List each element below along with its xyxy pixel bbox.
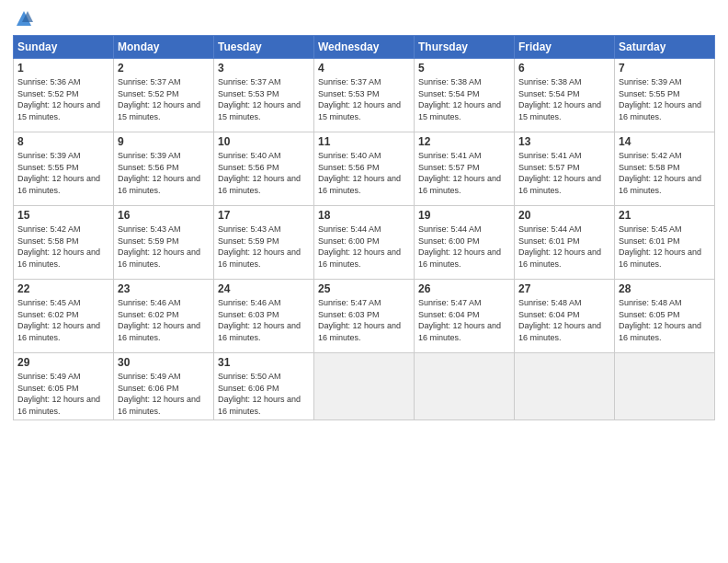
calendar-cell: 6 Sunrise: 5:38 AMSunset: 5:54 PMDayligh… — [515, 59, 615, 132]
day-number: 18 — [318, 209, 410, 222]
day-number: 13 — [518, 135, 610, 148]
calendar-week-1: 1 Sunrise: 5:36 AMSunset: 5:52 PMDayligh… — [14, 59, 715, 132]
day-info: Sunrise: 5:44 AMSunset: 6:00 PMDaylight:… — [318, 224, 401, 269]
calendar-cell: 10 Sunrise: 5:40 AMSunset: 5:56 PMDaylig… — [214, 132, 314, 206]
day-info: Sunrise: 5:46 AMSunset: 6:03 PMDaylight:… — [218, 298, 301, 342]
day-info: Sunrise: 5:37 AMSunset: 5:53 PMDaylight:… — [218, 77, 301, 121]
day-info: Sunrise: 5:42 AMSunset: 5:58 PMDaylight:… — [17, 224, 100, 269]
day-info: Sunrise: 5:40 AMSunset: 5:56 PMDaylight:… — [318, 151, 401, 195]
day-info: Sunrise: 5:49 AMSunset: 6:05 PMDaylight:… — [17, 372, 100, 416]
day-number: 29 — [17, 356, 109, 369]
day-info: Sunrise: 5:41 AMSunset: 5:57 PMDaylight:… — [518, 151, 601, 195]
calendar-cell: 26 Sunrise: 5:47 AMSunset: 6:04 PMDaylig… — [415, 280, 515, 353]
day-info: Sunrise: 5:48 AMSunset: 6:04 PMDaylight:… — [518, 298, 601, 342]
day-info: Sunrise: 5:44 AMSunset: 6:01 PMDaylight:… — [518, 224, 601, 269]
day-number: 11 — [318, 135, 410, 148]
day-info: Sunrise: 5:39 AMSunset: 5:55 PMDaylight:… — [17, 151, 100, 195]
day-info: Sunrise: 5:39 AMSunset: 5:55 PMDaylight:… — [619, 77, 701, 121]
day-info: Sunrise: 5:47 AMSunset: 6:03 PMDaylight:… — [318, 298, 401, 342]
calendar-cell: 3 Sunrise: 5:37 AMSunset: 5:53 PMDayligh… — [214, 59, 314, 132]
day-info: Sunrise: 5:39 AMSunset: 5:56 PMDaylight:… — [118, 151, 200, 195]
day-number: 30 — [118, 356, 210, 369]
calendar-cell: 8 Sunrise: 5:39 AMSunset: 5:55 PMDayligh… — [14, 132, 114, 206]
calendar-cell: 7 Sunrise: 5:39 AMSunset: 5:55 PMDayligh… — [615, 59, 715, 132]
day-number: 14 — [619, 135, 711, 148]
calendar-cell: 30 Sunrise: 5:49 AMSunset: 6:06 PMDaylig… — [114, 353, 214, 420]
day-info: Sunrise: 5:43 AMSunset: 5:59 PMDaylight:… — [218, 224, 301, 269]
calendar-cell: 17 Sunrise: 5:43 AMSunset: 5:59 PMDaylig… — [214, 206, 314, 280]
calendar-cell: 5 Sunrise: 5:38 AMSunset: 5:54 PMDayligh… — [415, 59, 515, 132]
calendar-cell: 28 Sunrise: 5:48 AMSunset: 6:05 PMDaylig… — [615, 280, 715, 353]
weekday-header-row: SundayMondayTuesdayWednesdayThursdayFrid… — [14, 36, 715, 59]
calendar-table: SundayMondayTuesdayWednesdayThursdayFrid… — [13, 35, 715, 420]
calendar-cell — [515, 353, 615, 420]
calendar-week-5: 29 Sunrise: 5:49 AMSunset: 6:05 PMDaylig… — [14, 353, 715, 420]
day-number: 6 — [518, 62, 610, 75]
day-info: Sunrise: 5:45 AMSunset: 6:02 PMDaylight:… — [17, 298, 100, 342]
calendar-cell: 11 Sunrise: 5:40 AMSunset: 5:56 PMDaylig… — [314, 132, 415, 206]
calendar-cell: 22 Sunrise: 5:45 AMSunset: 6:02 PMDaylig… — [14, 280, 114, 353]
day-info: Sunrise: 5:40 AMSunset: 5:56 PMDaylight:… — [218, 151, 301, 195]
weekday-header-tuesday: Tuesday — [214, 36, 314, 59]
calendar-cell: 27 Sunrise: 5:48 AMSunset: 6:04 PMDaylig… — [515, 280, 615, 353]
weekday-header-friday: Friday — [515, 36, 615, 59]
calendar-cell: 18 Sunrise: 5:44 AMSunset: 6:00 PMDaylig… — [314, 206, 415, 280]
day-info: Sunrise: 5:43 AMSunset: 5:59 PMDaylight:… — [118, 224, 200, 269]
day-info: Sunrise: 5:47 AMSunset: 6:04 PMDaylight:… — [418, 298, 501, 342]
day-number: 26 — [418, 282, 510, 295]
day-info: Sunrise: 5:50 AMSunset: 6:06 PMDaylight:… — [218, 372, 301, 416]
day-info: Sunrise: 5:38 AMSunset: 5:54 PMDaylight:… — [418, 77, 501, 121]
day-number: 15 — [17, 209, 109, 222]
day-number: 1 — [17, 62, 109, 75]
calendar-cell: 31 Sunrise: 5:50 AMSunset: 6:06 PMDaylig… — [214, 353, 314, 420]
calendar-cell: 23 Sunrise: 5:46 AMSunset: 6:02 PMDaylig… — [114, 280, 214, 353]
calendar-cell: 25 Sunrise: 5:47 AMSunset: 6:03 PMDaylig… — [314, 280, 415, 353]
calendar-cell: 15 Sunrise: 5:42 AMSunset: 5:58 PMDaylig… — [14, 206, 114, 280]
day-info: Sunrise: 5:48 AMSunset: 6:05 PMDaylight:… — [619, 298, 701, 342]
day-number: 21 — [619, 209, 711, 222]
day-number: 16 — [118, 209, 210, 222]
header — [13, 9, 715, 28]
calendar-week-2: 8 Sunrise: 5:39 AMSunset: 5:55 PMDayligh… — [14, 132, 715, 206]
day-number: 12 — [418, 135, 510, 148]
day-number: 3 — [218, 62, 310, 75]
day-number: 17 — [218, 209, 310, 222]
calendar-cell: 13 Sunrise: 5:41 AMSunset: 5:57 PMDaylig… — [515, 132, 615, 206]
weekday-header-sunday: Sunday — [14, 36, 114, 59]
calendar-cell: 2 Sunrise: 5:37 AMSunset: 5:52 PMDayligh… — [114, 59, 214, 132]
calendar-cell — [314, 353, 415, 420]
day-info: Sunrise: 5:42 AMSunset: 5:58 PMDaylight:… — [619, 151, 701, 195]
day-info: Sunrise: 5:37 AMSunset: 5:52 PMDaylight:… — [118, 77, 200, 121]
day-number: 27 — [518, 282, 610, 295]
day-number: 22 — [17, 282, 109, 295]
day-number: 7 — [619, 62, 711, 75]
calendar-cell: 16 Sunrise: 5:43 AMSunset: 5:59 PMDaylig… — [114, 206, 214, 280]
day-number: 23 — [118, 282, 210, 295]
calendar-cell: 4 Sunrise: 5:37 AMSunset: 5:53 PMDayligh… — [314, 59, 415, 132]
day-info: Sunrise: 5:45 AMSunset: 6:01 PMDaylight:… — [619, 224, 701, 269]
calendar-cell: 29 Sunrise: 5:49 AMSunset: 6:05 PMDaylig… — [14, 353, 114, 420]
weekday-header-thursday: Thursday — [415, 36, 515, 59]
day-number: 31 — [218, 356, 310, 369]
calendar-week-3: 15 Sunrise: 5:42 AMSunset: 5:58 PMDaylig… — [14, 206, 715, 280]
day-info: Sunrise: 5:44 AMSunset: 6:00 PMDaylight:… — [418, 224, 501, 269]
calendar-cell: 9 Sunrise: 5:39 AMSunset: 5:56 PMDayligh… — [114, 132, 214, 206]
day-number: 5 — [418, 62, 510, 75]
calendar-cell: 20 Sunrise: 5:44 AMSunset: 6:01 PMDaylig… — [515, 206, 615, 280]
day-number: 20 — [518, 209, 610, 222]
day-number: 4 — [318, 62, 410, 75]
day-number: 8 — [17, 135, 109, 148]
calendar-container: SundayMondayTuesdayWednesdayThursdayFrid… — [0, 0, 728, 563]
day-info: Sunrise: 5:41 AMSunset: 5:57 PMDaylight:… — [418, 151, 501, 195]
day-info: Sunrise: 5:46 AMSunset: 6:02 PMDaylight:… — [118, 298, 200, 342]
day-number: 25 — [318, 282, 410, 295]
calendar-cell — [615, 353, 715, 420]
calendar-cell: 14 Sunrise: 5:42 AMSunset: 5:58 PMDaylig… — [615, 132, 715, 206]
logo-icon — [15, 9, 33, 28]
day-number: 19 — [418, 209, 510, 222]
day-number: 28 — [619, 282, 711, 295]
calendar-cell — [415, 353, 515, 420]
day-info: Sunrise: 5:38 AMSunset: 5:54 PMDaylight:… — [518, 77, 601, 121]
weekday-header-monday: Monday — [114, 36, 214, 59]
calendar-cell: 21 Sunrise: 5:45 AMSunset: 6:01 PMDaylig… — [615, 206, 715, 280]
